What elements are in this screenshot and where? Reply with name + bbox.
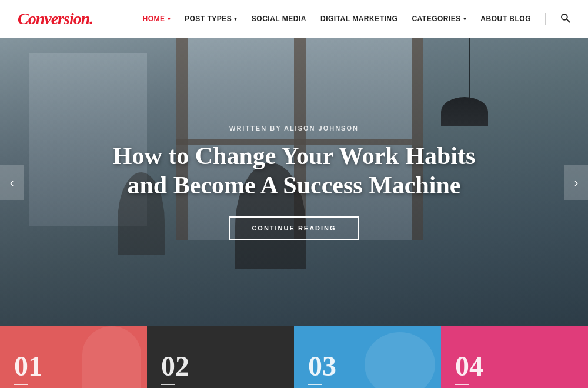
hero-title: How to Change Your Work Habits and Becom… (94, 141, 494, 200)
continue-reading-button[interactable]: CONTINUE READING (229, 216, 358, 240)
chevron-left-icon: ‹ (10, 176, 14, 189)
nav-post-types[interactable]: POST TYPES ▾ (185, 15, 238, 23)
hero-slider: WRITTEN BY ALISON JOHNSON How to Change … (0, 38, 588, 326)
card-4[interactable]: 04 10 Great Tactics To Get Your First 1,… (441, 326, 588, 388)
card-2-divider (161, 384, 175, 385)
site-logo[interactable]: Conversion. (18, 9, 93, 28)
chevron-down-icon: ▾ (234, 16, 238, 22)
featured-cards: 01 Why Community Management Is Different… (0, 326, 588, 388)
svg-line-1 (567, 19, 570, 22)
card-4-number: 04 (455, 352, 574, 380)
card-1-divider (14, 384, 28, 385)
logo-text: Conversion (18, 9, 89, 28)
card-1[interactable]: 01 Why Community Management Is Different (0, 326, 147, 388)
main-nav: HOME ▾ POST TYPES ▾ SOCIAL MEDIA DIGITAL… (143, 12, 571, 25)
card-4-divider (455, 384, 469, 385)
card-3-divider (308, 384, 322, 385)
nav-divider (545, 13, 546, 25)
chevron-down-icon: ▾ (168, 16, 171, 22)
hero-author: WRITTEN BY ALISON JOHNSON (229, 125, 359, 132)
site-header: Conversion. HOME ▾ POST TYPES ▾ SOCIAL M… (0, 0, 588, 38)
search-icon[interactable] (560, 12, 570, 25)
nav-about-blog[interactable]: ABOUT BLOG (480, 15, 531, 23)
chevron-right-icon: › (574, 176, 579, 189)
logo-dot: . (89, 9, 93, 28)
hero-content: WRITTEN BY ALISON JOHNSON How to Change … (0, 38, 588, 326)
chevron-down-icon: ▾ (463, 16, 467, 22)
slider-prev-button[interactable]: ‹ (0, 165, 24, 200)
card-2-number: 02 (161, 352, 280, 380)
nav-digital-marketing[interactable]: DIGITAL MARKETING (320, 15, 397, 23)
nav-home[interactable]: HOME ▾ (143, 15, 171, 23)
slider-next-button[interactable]: › (564, 165, 588, 200)
nav-categories[interactable]: CATEGORIES ▾ (412, 15, 466, 23)
card-3[interactable]: 03 Be Succesful With Your Social Media M… (294, 326, 441, 388)
card-2[interactable]: 02 Search Engine Optimization – Good (147, 326, 294, 388)
nav-social-media[interactable]: SOCIAL MEDIA (252, 15, 306, 23)
